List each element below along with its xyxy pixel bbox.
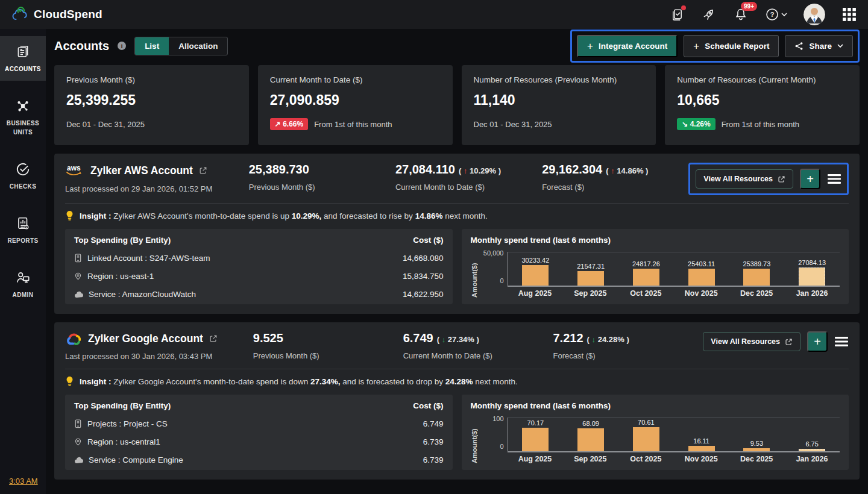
apps-grid-icon[interactable] [841,7,857,22]
bulb-icon [65,376,74,387]
add-budget-button[interactable]: + [800,169,820,189]
account-menu-icon[interactable] [834,336,849,348]
down-arrow-icon: ↓ [592,335,596,344]
top-navbar: CloudSpend 99+ [0,0,868,29]
sidebar-item-label: ACCOUNTS [5,64,41,73]
bar-value-label: 27084.13 [798,259,826,266]
sidebar-item-reports[interactable]: REPORTS [0,208,46,252]
schedule-report-button[interactable]: + Schedule Report [684,35,779,57]
spend-bar [522,428,549,451]
summary-card-resources-previous: Number of Resources (Previous Month) 11,… [462,65,656,145]
bar-value-label: 21547.31 [577,263,605,270]
tour-highlight-header-actions: + Integrate Account + Schedule Report Sh… [570,30,860,63]
aws-account-link[interactable]: aws Zylker AWS Account [65,163,249,178]
x-axis-label: Sep 2025 [562,289,618,298]
table-row: Linked Account : S247-AWS-team 14,668.08… [74,254,444,263]
spend-bar [522,265,549,286]
bulb-icon [65,210,74,222]
top-spending-title: Top Spending (By Entity) [74,401,171,410]
integrate-account-button[interactable]: + Integrate Account [577,35,678,57]
x-axis-label: Jan 2026 [784,289,840,298]
spend-bar [577,428,604,451]
y-axis-title: Amount($) [471,417,478,463]
share-button[interactable]: Share [785,35,853,57]
spend-bar [688,446,715,451]
bar-value-label: 68.09 [582,420,599,427]
brand-name: CloudSpend [34,8,102,21]
table-row: Service : Compute Engine 6.739 [74,455,444,464]
google-account-link[interactable]: Zylker Google Account [65,331,253,346]
whats-new-rocket-icon[interactable] [701,7,717,22]
account-menu-icon[interactable] [827,173,841,185]
sidebar-item-admin[interactable]: ADMIN [0,262,46,307]
chevron-down-icon [837,44,843,48]
accounts-icon [15,44,31,60]
brand[interactable]: CloudSpend [11,7,102,22]
y-axis-ticks: 50,000 0 [480,249,504,284]
last-processed-text: Last processed on 29 Jan 2026, 01:52 PM [65,184,249,193]
x-axis-labels: Aug 2025Sep 2025Oct 2025Nov 2025Dec 2025… [508,455,840,463]
sidebar-item-label: CHECKS [10,182,37,191]
sidebar-item-accounts[interactable]: ACCOUNTS [0,36,46,81]
service-cloud-icon [74,457,83,464]
google-cloud-logo-icon [65,331,82,346]
metric-forecast: 7.212 ( ↓ 24.28% ) Forecast ($) [553,331,703,360]
view-toggle: List Allocation [134,37,228,55]
tab-list[interactable]: List [135,37,169,55]
metric-forecast: 29,162.304 ( ↑ 14.86% ) Forecast ($) [542,163,688,192]
region-pin-icon [74,272,82,281]
scheduled-time-link[interactable]: 3:03 AM [9,477,38,486]
chart-column: 68.09 [563,417,618,451]
bar-value-label: 25389.73 [743,260,770,267]
bar-value-label: 70.17 [527,419,544,427]
view-all-resources-button[interactable]: View All Resources [703,332,800,351]
page-header: Accounts i List Allocation + Integrate A… [54,29,860,63]
chart-column: 25389.73 [729,252,785,286]
chart-column: 9.53 [729,417,785,451]
info-icon[interactable]: i [117,41,127,51]
y-axis-ticks: 100 0 [480,415,504,450]
tasks-icon[interactable] [669,7,685,22]
business-units-icon [15,98,31,114]
x-axis-label: Oct 2025 [618,289,673,298]
spend-bar [633,427,659,451]
increase-badge: ↗ 6.66% [270,118,308,130]
chart-column: 25403.11 [674,252,729,286]
view-all-resources-button[interactable]: View All Resources [696,169,793,189]
external-link-icon [785,338,793,346]
user-avatar[interactable] [804,4,825,25]
x-axis-label: Nov 2025 [673,289,729,298]
x-axis-label: Sep 2025 [562,455,618,463]
chevron-down-icon [781,13,787,17]
notifications-bell-icon[interactable]: 99+ [733,7,749,22]
reports-icon [15,216,31,231]
plus-icon: + [807,172,814,186]
tab-allocation[interactable]: Allocation [169,37,227,55]
service-cloud-icon [74,291,83,298]
admin-icon [15,270,31,286]
sidebar-item-checks[interactable]: CHECKS [0,154,46,198]
last-processed-text: Last processed on 30 Jan 2026, 03:43 PM [65,352,253,361]
chart-column: 70.61 [618,417,674,451]
checks-icon [15,161,31,177]
spend-bar [743,448,770,451]
linked-account-icon [74,254,82,263]
chart-column: 16.11 [674,417,729,451]
bar-value-label: 9.53 [750,440,763,447]
insight-row: Insight : Zylker Google Account's month-… [65,369,849,387]
spend-bar [743,269,770,286]
sidebar-item-business-units[interactable]: BUSINESS UNITS [0,90,46,144]
help-icon: ? [765,7,779,22]
x-axis-label: Nov 2025 [673,455,729,463]
help-menu[interactable]: ? [765,7,787,22]
cost-header: Cost ($) [413,401,443,410]
chart-column: 21547.31 [563,252,618,286]
bar-value-label: 16.11 [693,437,709,445]
main-content: Accounts i List Allocation + Integrate A… [46,29,868,494]
add-budget-button[interactable]: + [807,331,828,352]
notifications-count-badge: 99+ [741,2,757,11]
x-axis-label: Aug 2025 [508,455,563,463]
chart-column: 70.17 [508,417,564,451]
sidebar-item-label: ADMIN [13,290,34,299]
chart-title: Monthly spend trend (last 6 months) [471,236,611,245]
